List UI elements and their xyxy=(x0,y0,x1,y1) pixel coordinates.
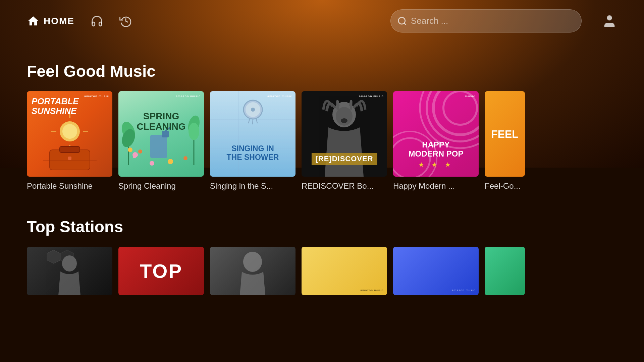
svg-point-21 xyxy=(128,147,132,152)
card-happy-modern[interactable]: music HAPPYMODERN POP xyxy=(393,91,479,191)
spring-decoration xyxy=(118,91,204,177)
station-card-1[interactable] xyxy=(27,247,112,295)
history-icon xyxy=(119,15,132,27)
station-card-4[interactable]: amazon music xyxy=(302,247,387,295)
station-5-badge: amazon music xyxy=(452,289,475,292)
search-icon xyxy=(397,16,407,26)
card-feel-good[interactable]: FEEL Feel-Go... xyxy=(485,91,525,191)
headphones-icon xyxy=(91,15,103,27)
station-4-badge: amazon music xyxy=(360,289,384,292)
feel-good-cards: amazon music PORTABLESUNSHINE Portable S… xyxy=(27,91,617,191)
home-label: HOME xyxy=(44,16,74,26)
amazon-music-badge-1: amazon music xyxy=(84,95,109,98)
feel-good-section: Feel Good Music xyxy=(0,62,644,191)
shower-head-icon xyxy=(238,98,268,128)
svg-point-4 xyxy=(62,124,77,139)
shower-card-text: SINGING INTHE SHOWER xyxy=(219,144,286,162)
station-1-art xyxy=(27,247,112,295)
svg-point-2 xyxy=(607,15,612,20)
home-icon xyxy=(27,15,40,27)
svg-line-37 xyxy=(253,119,253,124)
station-card-top[interactable]: TOP xyxy=(118,247,204,295)
svg-line-1 xyxy=(404,23,406,24)
home-nav[interactable]: HOME xyxy=(27,15,74,27)
happy-modern-label: Happy Modern ... xyxy=(393,181,479,191)
profile-icon xyxy=(602,13,617,29)
svg-point-51 xyxy=(243,252,262,272)
svg-point-35 xyxy=(251,108,255,112)
happy-stars: ★ ★ ★ xyxy=(393,161,479,169)
history-nav[interactable] xyxy=(119,15,132,27)
station-cards: TOP amazon music amazon music xyxy=(27,247,617,295)
svg-marker-48 xyxy=(47,250,60,263)
feelgood-label: Feel-Go... xyxy=(485,181,525,191)
suitcase-decoration xyxy=(43,145,97,172)
happy-pop-card-text: HAPPYMODERN POP xyxy=(408,140,463,158)
rediscover-card-text: [RE]DISCOVER xyxy=(311,153,377,165)
station-card-3[interactable] xyxy=(210,247,296,295)
feelgood-card-text: FEEL xyxy=(491,128,519,140)
search-bar xyxy=(390,9,582,33)
svg-point-42 xyxy=(433,91,479,135)
svg-point-41 xyxy=(341,118,347,123)
spring-cleaning-card-text: SPRINGCLEANING xyxy=(131,111,192,132)
svg-rect-10 xyxy=(60,146,80,153)
portable-sunshine-label: Portable Sunshine xyxy=(27,181,112,191)
singing-shower-label: Singing in the S... xyxy=(210,181,296,191)
station-card-5[interactable]: amazon music xyxy=(393,247,479,295)
svg-rect-26 xyxy=(150,135,167,158)
svg-point-22 xyxy=(138,149,142,154)
svg-point-24 xyxy=(168,159,173,164)
top-stations-title: Top Stations xyxy=(27,218,617,236)
profile-button[interactable] xyxy=(602,13,617,29)
card-singing-shower[interactable]: amazon music xyxy=(210,91,296,191)
station-card-6[interactable] xyxy=(485,247,525,295)
card-spring-cleaning[interactable]: amazon music xyxy=(118,91,204,191)
rediscover-label: REDISCOVER Bo... xyxy=(302,181,387,191)
svg-point-20 xyxy=(133,155,136,158)
headphones-nav[interactable] xyxy=(91,15,103,27)
svg-point-45 xyxy=(443,91,477,125)
station-3-art xyxy=(210,247,296,295)
top-stations-section: Top Stations TOP xyxy=(0,218,644,295)
header: HOME xyxy=(0,0,644,42)
svg-point-25 xyxy=(183,156,187,160)
svg-point-0 xyxy=(398,17,405,24)
svg-point-23 xyxy=(150,161,154,166)
station-top-text: TOP xyxy=(140,261,182,281)
svg-line-36 xyxy=(249,119,250,123)
search-input[interactable] xyxy=(390,9,582,33)
spring-cleaning-label: Spring Cleaning xyxy=(118,181,204,191)
portable-sunshine-card-text: PORTABLESUNSHINE xyxy=(32,97,79,116)
card-portable-sunshine[interactable]: amazon music PORTABLESUNSHINE Portable S… xyxy=(27,91,112,191)
feel-good-title: Feel Good Music xyxy=(27,62,617,80)
svg-rect-11 xyxy=(68,157,71,160)
svg-line-38 xyxy=(256,119,257,123)
svg-point-50 xyxy=(62,255,77,272)
card-rediscover[interactable]: amazon music xyxy=(302,91,387,191)
